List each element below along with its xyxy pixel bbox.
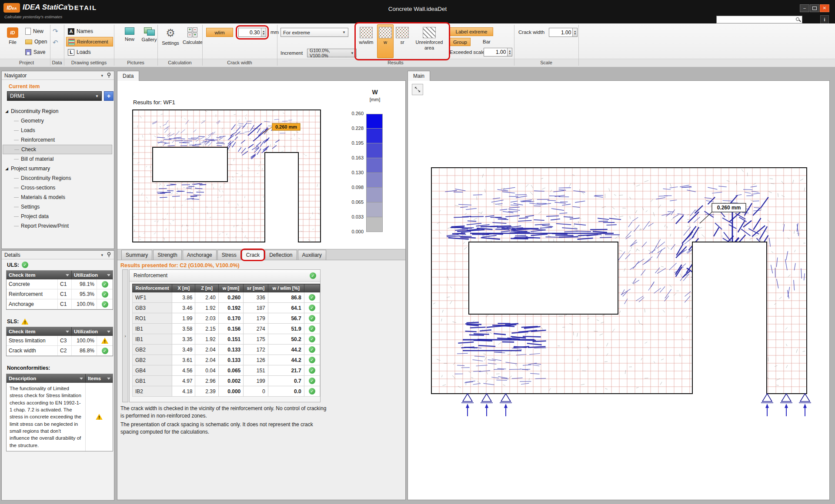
table-expander[interactable]: › <box>122 269 128 402</box>
pin-icon[interactable] <box>107 73 111 78</box>
file-button-label: File <box>9 40 17 45</box>
tree-node-discontinuity-region[interactable]: ◢Discontinuity Region <box>3 106 112 116</box>
loads-toggle[interactable]: L Loads <box>68 48 91 56</box>
reinf-column-reinforcement[interactable]: Reinforcement <box>133 284 172 292</box>
new-button[interactable]: New <box>25 27 43 36</box>
wlim-value-input[interactable] <box>239 28 261 36</box>
reinf-row-gb3[interactable]: GB33.461.920.19218764.1 <box>133 303 320 313</box>
colorbar-tick: 0.098 <box>336 185 364 190</box>
group-button[interactable]: Group <box>450 38 471 46</box>
result-tab-deflection[interactable]: Deflection <box>265 250 297 260</box>
scale-spinner[interactable]: ▲▼ <box>572 28 577 36</box>
colorbar-tick: 0.065 <box>336 199 364 205</box>
reinf-row-gb2[interactable]: GB23.492.040.13317244.2 <box>133 345 320 355</box>
reinf-column-x-m[interactable]: X [m] <box>172 284 195 292</box>
toggle-w-wlim[interactable]: w/wlim <box>357 24 376 58</box>
open-button[interactable]: Open <box>25 37 47 46</box>
settings-button[interactable]: ⚙ Settings <box>161 25 180 56</box>
tree-item-report-preview-print[interactable]: Report Preview/Print <box>3 221 112 231</box>
result-tab-anchorage[interactable]: Anchorage <box>183 250 217 260</box>
names-toggle[interactable]: A Names <box>68 27 93 36</box>
file-button[interactable]: ID File <box>4 25 21 56</box>
column-header[interactable]: Utilization <box>72 327 113 336</box>
wlim-value-field[interactable]: ▲▼ <box>238 28 266 37</box>
exceeded-scale-spinner[interactable]: ▲▼ <box>507 48 512 56</box>
colorbar-title: W <box>366 89 384 96</box>
result-tab-auxiliary[interactable]: Auxiliary <box>298 250 326 260</box>
crack-result-diagram[interactable]: 0.260 mm <box>132 109 322 244</box>
reinf-row-gb2[interactable]: GB23.612.040.13312644.2 <box>133 355 320 365</box>
wlim-spinner[interactable]: ▲▼ <box>261 28 266 36</box>
maximize-button[interactable] <box>810 4 819 12</box>
result-tab-crack[interactable]: Crack <box>242 250 264 260</box>
reinf-row-gb1[interactable]: GB14.972.960.0021990.7 <box>133 376 320 386</box>
reinf-column-z-m[interactable]: Z [m] <box>195 284 218 292</box>
tab-main[interactable]: Main <box>407 71 430 81</box>
save-button[interactable]: Save <box>25 48 45 56</box>
tree-item-reinforcement[interactable]: Reinforcement <box>3 135 112 145</box>
toggle-sr[interactable]: sr <box>395 24 410 58</box>
column-header[interactable]: Check item <box>7 271 72 279</box>
tree-node-project-summary[interactable]: ◢Project summary <box>3 164 112 173</box>
colorbar-segment <box>366 173 383 188</box>
increment-combo[interactable]: G100.0%, V100.0% ▼ <box>307 49 357 57</box>
reinf-column-w-mm[interactable]: w [mm] <box>218 284 244 292</box>
status-ok-icon <box>309 378 315 384</box>
reinf-row-ib1[interactable]: IB13.582.150.15627451.9 <box>133 324 320 334</box>
exceeded-scale-field[interactable]: ▲▼ <box>484 48 512 56</box>
close-button[interactable]: ✕ <box>820 4 829 12</box>
toggle-unreinforced-area[interactable]: Unreinforced area <box>411 24 448 58</box>
main-crack-diagram[interactable]: 0.260 mm <box>409 83 828 498</box>
search-box[interactable] <box>716 16 802 23</box>
scale-crack-width-input[interactable] <box>549 28 572 36</box>
colorbar-segment <box>366 143 383 158</box>
tree-item-project-data[interactable]: Project data <box>3 212 112 221</box>
tree-item-settings[interactable]: Settings <box>3 202 112 212</box>
search-input[interactable] <box>717 17 795 22</box>
tree-item-discontinuity-regions[interactable]: Discontinuity Regions <box>3 173 112 183</box>
collapse-icon[interactable]: ▾ <box>101 73 103 78</box>
reinforcement-section-header[interactable]: Reinforcement <box>130 270 320 282</box>
exceeded-scale-input[interactable] <box>484 48 507 56</box>
idea-file-icon: ID <box>7 27 18 38</box>
reinf-row-ib1[interactable]: IB13.351.920.15117550.2 <box>133 334 320 345</box>
tab-data[interactable]: Data <box>117 71 139 81</box>
current-item-combo[interactable]: DRM1 ▼ <box>7 91 102 101</box>
add-region-button[interactable]: + <box>104 91 114 101</box>
result-tab-strength[interactable]: Strength <box>153 250 181 260</box>
tree-item-cross-sections[interactable]: Cross-sections <box>3 183 112 192</box>
reinf-row-ib2[interactable]: IB24.182.390.00000.0 <box>133 386 320 397</box>
pin-icon[interactable] <box>107 252 111 258</box>
label-extreme-button[interactable]: Label extreme <box>450 27 493 36</box>
collapse-icon[interactable]: ▾ <box>101 253 103 257</box>
reinf-row-gb4[interactable]: GB44.560.040.06515121.7 <box>133 365 320 376</box>
tree-item-bill-of-material[interactable]: Bill of material <box>3 154 112 164</box>
calculate-button[interactable]: +−−+ Calculate <box>182 25 203 56</box>
info-button[interactable]: i <box>820 15 829 24</box>
toggle-w[interactable]: w <box>377 24 394 58</box>
tree-item-materials-models[interactable]: Materials & models <box>3 192 112 202</box>
undo-button[interactable]: ↶ <box>53 38 58 47</box>
reinforcement-label: Reinforcement <box>77 39 108 44</box>
reinf-row-ro1[interactable]: RO11.992.030.17017956.7 <box>133 313 320 324</box>
gallery-button[interactable]: Gallery <box>139 25 159 56</box>
reinforcement-toggle[interactable]: Reinforcement <box>66 37 113 46</box>
wlim-button[interactable]: wlim <box>206 28 233 37</box>
picture-new-button[interactable]: New <box>122 25 137 56</box>
reinf-row-wf1[interactable]: WF13.862.400.26033686.8 <box>133 292 320 303</box>
tree-item-check[interactable]: Check <box>3 145 112 154</box>
nonconf-header-items[interactable]: Items <box>86 374 113 383</box>
reinf-column-sr-mm[interactable]: sr [mm] <box>244 284 268 292</box>
redo-button[interactable]: ↷ <box>53 27 58 36</box>
column-header[interactable]: Utilization <box>72 271 113 279</box>
result-tab-stress[interactable]: Stress <box>217 250 241 260</box>
reinf-column-w-wlim[interactable]: w / wlim [%] <box>268 284 304 292</box>
tree-item-geometry[interactable]: Geometry <box>3 116 112 126</box>
column-header[interactable]: Check item <box>7 327 72 336</box>
nonconf-header-description[interactable]: Description <box>7 374 86 383</box>
extreme-combo[interactable]: For extreme ▼ <box>281 28 348 37</box>
tree-item-loads[interactable]: Loads <box>3 126 112 135</box>
result-tab-summary[interactable]: Summary <box>121 250 152 260</box>
scale-crack-width-field[interactable]: ▲▼ <box>549 28 578 37</box>
minimize-button[interactable]: – <box>800 4 809 12</box>
